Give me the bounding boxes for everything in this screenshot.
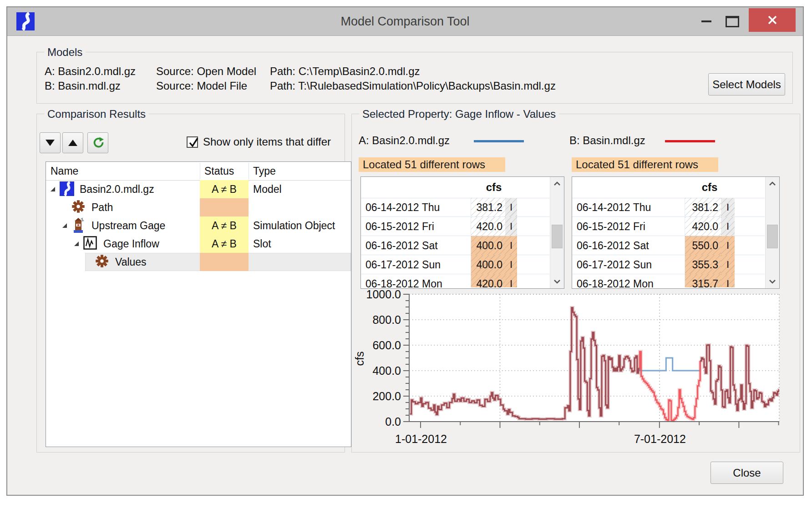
maximize-button[interactable] bbox=[722, 14, 743, 29]
legend-a-label: A: Basin2.0.mdl.gz bbox=[359, 134, 450, 147]
tree-expander-icon[interactable] bbox=[73, 241, 80, 249]
scroll-down-icon[interactable] bbox=[552, 276, 563, 287]
input-flag-cell: I bbox=[721, 217, 735, 236]
date-cell: 06-18-2012 Mon bbox=[361, 274, 471, 287]
value-cell[interactable]: 355.3 bbox=[685, 255, 721, 274]
header-separator bbox=[200, 163, 200, 179]
timeseries-chart[interactable]: 0.0200.0400.0600.0800.01000.0 bbox=[345, 289, 791, 453]
y-tick-label: 800.0 bbox=[372, 313, 401, 326]
tree-item-label[interactable]: Values bbox=[115, 253, 147, 271]
goto-previous-difference-button[interactable] bbox=[62, 132, 83, 153]
model-a-id: A: Basin2.0.mdl.gz bbox=[45, 65, 136, 78]
diff-count-banner-b: Located 51 different rows bbox=[572, 157, 718, 172]
scrollbar-thumb[interactable] bbox=[552, 225, 563, 248]
unit-header-cfs[interactable]: cfs bbox=[685, 177, 735, 198]
select-models-button[interactable]: Select Models bbox=[708, 73, 785, 96]
scroll-up-icon[interactable] bbox=[767, 178, 778, 190]
value-cell[interactable]: 550.0 bbox=[685, 236, 721, 255]
refresh-comparison-button[interactable] bbox=[87, 132, 108, 153]
value-row[interactable]: 06-15-2012 Fri420.0I bbox=[361, 217, 549, 236]
tree-header-type[interactable]: Type bbox=[249, 162, 351, 180]
value-cell[interactable]: 381.2 bbox=[685, 198, 721, 217]
date-cell: 06-14-2012 Thu bbox=[361, 198, 471, 217]
gear-icon bbox=[95, 254, 109, 270]
value-row[interactable]: 06-18-2012 Mon420.0I bbox=[361, 274, 549, 287]
tree-row-basin2-0-mdl-gz[interactable]: Basin2.0.mdl.gzA ≠ BModel bbox=[46, 180, 351, 198]
input-flag-cell: I bbox=[721, 255, 735, 274]
tree-header-status[interactable]: Status bbox=[200, 162, 249, 180]
value-row[interactable]: 06-14-2012 Thu381.2I bbox=[572, 198, 765, 217]
date-cell: 06-16-2012 Sat bbox=[572, 236, 685, 255]
gage-icon bbox=[71, 218, 85, 235]
value-cell[interactable]: 420.0 bbox=[685, 217, 721, 236]
scrollbar-thumb[interactable] bbox=[767, 225, 778, 248]
close-icon bbox=[766, 13, 779, 27]
date-cell: 06-15-2012 Fri bbox=[361, 217, 471, 236]
tree-header-name[interactable]: Name bbox=[46, 162, 200, 180]
goto-next-difference-button[interactable] bbox=[40, 132, 61, 153]
value-row[interactable]: 06-17-2012 Sun355.3I bbox=[572, 255, 765, 274]
y-tick-label: 1000.0 bbox=[366, 289, 401, 301]
tree-expander-icon[interactable] bbox=[50, 186, 56, 194]
tree-row-path[interactable]: Path bbox=[46, 198, 351, 216]
close-dialog-button[interactable]: Close bbox=[710, 462, 783, 484]
partial-row-clip: 06-18-2012 Mon420.0I bbox=[361, 274, 564, 287]
value-table-header: cfs bbox=[361, 177, 549, 198]
value-cell[interactable]: 315.7 bbox=[685, 274, 721, 287]
model-a-source: Source: Open Model bbox=[156, 65, 256, 78]
value-row[interactable]: 06-18-2012 Mon315.7I bbox=[572, 274, 765, 287]
scroll-up-icon[interactable] bbox=[552, 178, 563, 190]
diff-count-banner-a: Located 51 different rows bbox=[359, 157, 505, 172]
value-row[interactable]: 06-14-2012 Thu381.2I bbox=[361, 198, 549, 217]
input-flag-cell: I bbox=[505, 217, 517, 236]
scroll-down-icon[interactable] bbox=[767, 276, 778, 287]
type-cell: Model bbox=[253, 180, 282, 198]
value-cell[interactable]: 420.0 bbox=[471, 217, 505, 236]
comparison-results-group: Comparison Results Show only items that … bbox=[36, 114, 345, 453]
vertical-scrollbar[interactable] bbox=[765, 177, 779, 288]
checkmark-icon bbox=[187, 136, 200, 150]
value-row[interactable]: 06-16-2012 Sat550.0I bbox=[572, 236, 765, 255]
minimize-button[interactable] bbox=[696, 14, 717, 29]
values-table-a[interactable]: cfs06-14-2012 Thu381.2I06-15-2012 Fri420… bbox=[360, 176, 564, 289]
legend-b-label: B: Basin.mdl.gz bbox=[569, 134, 645, 147]
model-a-row: A: Basin2.0.mdl.gz Source: Open Model Pa… bbox=[37, 65, 792, 78]
date-cell: 06-16-2012 Sat bbox=[361, 236, 471, 255]
window-title: Model Comparison Tool bbox=[7, 7, 803, 35]
tree-row-values[interactable]: Values bbox=[46, 253, 351, 271]
status-cell bbox=[200, 253, 249, 271]
close-window-button[interactable] bbox=[749, 8, 796, 32]
model-comparison-window: Model Comparison Tool Models A: Basin2.0… bbox=[6, 6, 804, 496]
value-cell[interactable]: 400.0 bbox=[471, 236, 505, 255]
date-cell: 06-17-2012 Sun bbox=[361, 255, 471, 274]
model-b-id: B: Basin.mdl.gz bbox=[45, 79, 121, 93]
value-cell[interactable]: 381.2 bbox=[471, 198, 505, 217]
value-row[interactable]: 06-16-2012 Sat400.0I bbox=[361, 236, 549, 255]
unit-header-cfs[interactable]: cfs bbox=[471, 177, 517, 198]
selected-property-label: Selected Property: Gage Inflow - Values bbox=[359, 108, 559, 121]
value-row[interactable]: 06-17-2012 Sun400.0I bbox=[361, 255, 549, 274]
show-only-differ-checkbox[interactable] bbox=[187, 136, 198, 148]
value-cell[interactable]: 420.0 bbox=[471, 274, 505, 287]
tree-item-label[interactable]: Gage Inflow bbox=[103, 235, 159, 253]
vertical-scrollbar[interactable] bbox=[550, 177, 564, 288]
tree-expander-icon[interactable] bbox=[61, 222, 68, 231]
titlebar[interactable]: Model Comparison Tool bbox=[7, 7, 803, 36]
tree-row-gage-inflow[interactable]: Gage InflowA ≠ BSlot bbox=[46, 235, 351, 253]
refresh-icon bbox=[91, 136, 104, 149]
input-flag-cell: I bbox=[505, 198, 517, 217]
tree-item-label[interactable]: Upstream Gage bbox=[91, 216, 165, 235]
comparison-tree-table[interactable]: Name Status Type Basin2.0.mdl.gzA ≠ BMod… bbox=[46, 161, 351, 447]
value-cell[interactable]: 400.0 bbox=[471, 255, 505, 274]
screen: Model Comparison Tool Models A: Basin2.0… bbox=[0, 0, 812, 508]
tree-item-label[interactable]: Path bbox=[91, 198, 113, 216]
tree-row-upstream-gage[interactable]: Upstream GageA ≠ BSimulation Object bbox=[46, 216, 351, 235]
value-row[interactable]: 06-15-2012 Fri420.0I bbox=[572, 217, 765, 236]
value-table-header: cfs bbox=[572, 177, 765, 198]
tree-item-label[interactable]: Basin2.0.mdl.gz bbox=[80, 180, 154, 198]
arrow-up-icon bbox=[68, 140, 77, 146]
input-flag-cell: I bbox=[505, 274, 517, 287]
tree-header: Name Status Type bbox=[46, 162, 351, 181]
minimize-icon bbox=[701, 20, 711, 22]
values-table-b[interactable]: cfs06-14-2012 Thu381.2I06-15-2012 Fri420… bbox=[572, 176, 780, 289]
